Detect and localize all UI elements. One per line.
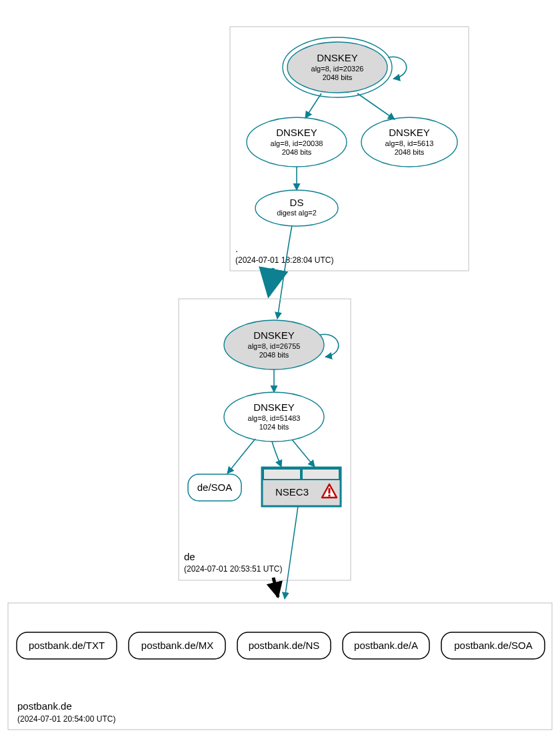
root-ksk-l1: alg=8, id=20326 bbox=[311, 65, 364, 73]
node-domain-txt: postbank.de/TXT bbox=[17, 632, 117, 659]
edge-root-ds-to-de-ksk bbox=[277, 225, 292, 319]
svg-rect-11 bbox=[263, 469, 301, 480]
svg-point-5 bbox=[255, 190, 338, 226]
svg-rect-15 bbox=[8, 603, 552, 730]
node-root-dnskey-other: DNSKEY alg=8, id=5613 2048 bits bbox=[361, 117, 457, 167]
de-ksk-l2: 2048 bits bbox=[259, 351, 289, 359]
root-zsk-title: DNSKEY bbox=[276, 127, 317, 138]
svg-rect-12 bbox=[302, 469, 339, 480]
node-de-nsec3: NSEC3 bbox=[262, 468, 341, 506]
zone-root: DNSKEY alg=8, id=20326 2048 bits DNSKEY … bbox=[230, 27, 469, 271]
dnssec-diagram: DNSKEY alg=8, id=20326 2048 bits DNSKEY … bbox=[0, 0, 560, 745]
root-other-title: DNSKEY bbox=[389, 127, 430, 138]
node-domain-mx: postbank.de/MX bbox=[129, 632, 225, 659]
domain-soa-label: postbank.de/SOA bbox=[454, 640, 533, 651]
node-root-ksk: DNSKEY alg=8, id=20326 2048 bits bbox=[283, 37, 392, 97]
node-domain-a: postbank.de/A bbox=[343, 632, 429, 659]
edge-de-zsk-to-soa bbox=[227, 439, 255, 474]
node-de-soa: de/SOA bbox=[188, 474, 241, 501]
edge-root-ksk-to-other bbox=[357, 93, 395, 119]
root-zone-name: . bbox=[235, 243, 238, 254]
domain-zone-name: postbank.de bbox=[17, 700, 72, 712]
edge-root-ksk-to-zsk bbox=[305, 93, 321, 118]
svg-rect-13 bbox=[329, 488, 331, 494]
edge-root-to-de-zone bbox=[269, 268, 273, 295]
root-zone-ts: (2024-07-01 18:28:04 UTC) bbox=[235, 255, 333, 265]
de-zone-name: de bbox=[184, 551, 195, 562]
edge-nsec3-to-domain bbox=[285, 506, 298, 599]
root-other-l1: alg=8, id=5613 bbox=[385, 139, 434, 147]
root-ksk-title: DNSKEY bbox=[317, 52, 358, 63]
de-zone-ts: (2024-07-01 20:53:51 UTC) bbox=[184, 564, 282, 574]
zone-de: DNSKEY alg=8, id=26755 2048 bits DNSKEY … bbox=[179, 299, 351, 580]
domain-txt-label: postbank.de/TXT bbox=[29, 640, 105, 651]
edge-de-zsk-to-nsec3-b bbox=[292, 440, 315, 467]
domain-zone-ts: (2024-07-01 20:54:00 UTC) bbox=[17, 714, 115, 724]
node-domain-soa: postbank.de/SOA bbox=[441, 632, 545, 659]
node-de-zsk: DNSKEY alg=8, id=51483 1024 bits bbox=[224, 392, 324, 442]
node-domain-ns: postbank.de/NS bbox=[237, 632, 331, 659]
domain-ns-label: postbank.de/NS bbox=[249, 640, 320, 651]
root-zsk-l2: 2048 bits bbox=[282, 148, 312, 156]
root-ds-title: DS bbox=[290, 197, 304, 208]
node-root-zsk: DNSKEY alg=8, id=20038 2048 bits bbox=[247, 117, 347, 167]
root-other-l2: 2048 bits bbox=[395, 148, 425, 156]
de-ksk-l1: alg=8, id=26755 bbox=[248, 342, 301, 350]
domain-mx-label: postbank.de/MX bbox=[141, 640, 213, 651]
svg-rect-14 bbox=[329, 495, 331, 497]
root-zsk-l1: alg=8, id=20038 bbox=[271, 139, 323, 147]
de-zsk-l2: 1024 bits bbox=[259, 423, 289, 431]
de-ksk-title: DNSKEY bbox=[253, 329, 295, 341]
domain-a-label: postbank.de/A bbox=[354, 640, 418, 651]
de-nsec3-label: NSEC3 bbox=[275, 486, 309, 498]
root-ksk-l2: 2048 bits bbox=[323, 73, 353, 81]
node-de-ksk: DNSKEY alg=8, id=26755 2048 bits bbox=[224, 320, 324, 369]
zone-domain: postbank.de/TXT postbank.de/MX postbank.… bbox=[8, 603, 552, 730]
de-zsk-title: DNSKEY bbox=[253, 402, 295, 413]
edge-de-zsk-to-nsec3-a bbox=[272, 442, 281, 467]
de-zsk-l1: alg=8, id=51483 bbox=[248, 414, 301, 422]
node-root-ds: DS digest alg=2 bbox=[255, 190, 338, 226]
root-ds-l1: digest alg=2 bbox=[277, 209, 317, 217]
de-soa-label: de/SOA bbox=[197, 482, 233, 493]
